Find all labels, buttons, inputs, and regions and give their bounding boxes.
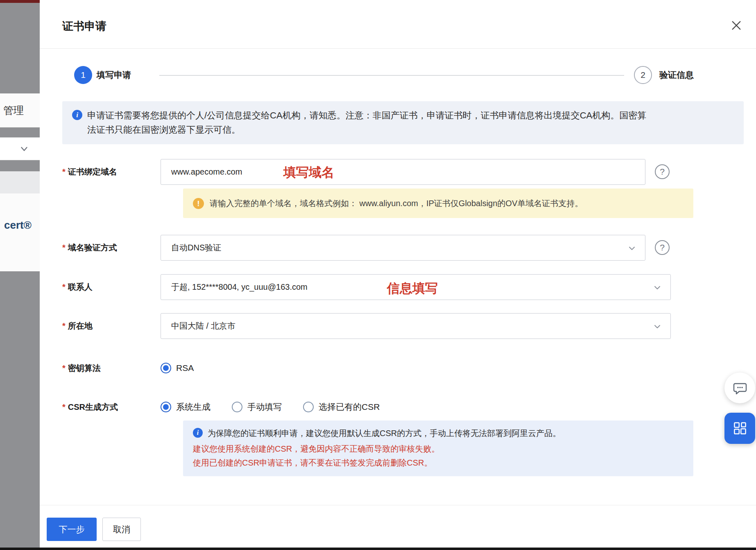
csr-warning-line-1: 建议您使用系统创建的CSR，避免因内容不正确而导致的审核失败。	[193, 442, 684, 456]
csr-method-options: 系统生成 手动填写 选择已有的CSR	[161, 401, 380, 413]
background-select[interactable]	[0, 137, 40, 160]
step-2-label: 验证信息	[659, 66, 694, 84]
form-row-key-algorithm: *密钥算法 RSA	[40, 362, 756, 374]
step-connector-line	[159, 75, 624, 76]
warning-icon: !	[193, 198, 204, 209]
next-step-button[interactable]: 下一步	[47, 518, 97, 541]
background-page-strip: 管理 cert®	[0, 0, 40, 550]
form-row-contact: *联系人 于超, 152****8004, yc_uuu@163.com 信息填…	[40, 274, 756, 300]
dns-validation-select[interactable]: 自动DNS验证	[161, 235, 645, 261]
required-mark: *	[62, 167, 66, 176]
help-icon[interactable]: ?	[655, 240, 670, 255]
chevron-down-icon	[628, 244, 636, 252]
radio-existing-csr[interactable]: 选择已有的CSR	[303, 401, 380, 413]
step-1-label: 填写申请	[97, 66, 131, 84]
csr-note-text: 为保障您的证书顺利申请，建议您使用默认生成CSR的方式，手动上传将无法部署到阿里…	[208, 427, 561, 439]
key-algorithm-label: *密钥算法	[62, 362, 101, 374]
radio-icon	[161, 363, 171, 373]
info-icon: i	[72, 110, 82, 120]
step-indicator: 1 填写申请 2 验证信息	[40, 66, 756, 84]
help-icon[interactable]: ?	[655, 164, 670, 179]
contact-label: *联系人	[62, 274, 93, 300]
certificate-apply-dialog: 证书申请 1 填写申请 2 验证信息 i 申请证书需要将您提供的个人/公司信息提…	[40, 0, 756, 550]
cancel-button[interactable]: 取消	[102, 518, 141, 541]
close-icon[interactable]	[729, 18, 744, 34]
contact-select[interactable]: 于超, 152****8004, yc_uuu@163.com	[161, 274, 671, 300]
domain-input[interactable]: www.apecome.com	[161, 159, 645, 185]
radio-manual-fill[interactable]: 手动填写	[232, 401, 282, 413]
contact-value: 于超, 152****8004, yc_uuu@163.com	[171, 282, 308, 293]
info-icon: i	[193, 428, 203, 438]
chat-support-button[interactable]	[724, 373, 755, 403]
radio-rsa-label: RSA	[176, 362, 194, 374]
notice-text: 申请证书需要将您提供的个人/公司信息提交给CA机构，请知悉。注意：非国产证书，申…	[87, 108, 652, 144]
radio-icon	[232, 402, 242, 412]
chevron-down-icon	[653, 323, 661, 331]
background-tab-manage[interactable]: 管理	[0, 93, 40, 127]
radio-rsa[interactable]: RSA	[161, 362, 194, 374]
radio-existing-csr-label: 选择已有的CSR	[319, 401, 380, 413]
key-algorithm-options: RSA	[161, 362, 194, 374]
domain-warning-text: 请输入完整的单个域名，域名格式例如： www.aliyun.com，IP证书仅G…	[210, 198, 583, 209]
background-logo-block: cert®	[0, 193, 40, 271]
console-apps-button[interactable]	[724, 413, 755, 444]
radio-manual-fill-label: 手动填写	[247, 401, 282, 413]
required-mark: *	[62, 243, 66, 252]
screen: 管理 cert® 证书申请 1 填写申请 2 验证信息	[0, 0, 756, 550]
required-mark: *	[62, 321, 66, 330]
dialog-footer: 下一步 取消	[40, 505, 756, 550]
csr-warning-line-2: 使用已创建的CSR申请证书，请不要在证书签发完成前删除CSR。	[193, 456, 684, 470]
screen-bottom-edge	[0, 548, 756, 550]
chevron-down-icon	[19, 143, 29, 154]
radio-system-generate-label: 系统生成	[176, 401, 211, 413]
radio-system-generate[interactable]: 系统生成	[161, 401, 211, 413]
header-divider	[40, 48, 756, 49]
chat-bubble-icon	[732, 380, 748, 396]
location-select[interactable]: 中国大陆 / 北京市	[161, 313, 671, 339]
domain-label: *证书绑定域名	[62, 159, 117, 185]
form-row-location: *所在地 中国大陆 / 北京市	[40, 313, 756, 339]
grid-icon	[733, 421, 747, 435]
csr-note: i 为保障您的证书顺利申请，建议您使用默认生成CSR的方式，手动上传将无法部署到…	[193, 427, 684, 439]
csr-info-box: i 为保障您的证书顺利申请，建议您使用默认生成CSR的方式，手动上传将无法部署到…	[183, 420, 693, 476]
required-mark: *	[62, 282, 66, 291]
background-table-header	[0, 171, 40, 193]
dns-validation-value: 自动DNS验证	[171, 242, 221, 253]
required-mark: *	[62, 364, 66, 373]
domain-input-value: www.apecome.com	[171, 167, 242, 177]
form-row-dns-validation: *域名验证方式 自动DNS验证 ?	[40, 235, 756, 261]
digicert-logo-fragment: cert®	[4, 219, 32, 232]
form-row-csr-method: *CSR生成方式 系统生成 手动填写 选择已有的CSR	[40, 401, 756, 413]
dns-label: *域名验证方式	[62, 235, 117, 261]
step-1-circle: 1	[74, 66, 92, 84]
location-label: *所在地	[62, 313, 93, 339]
location-value: 中国大陆 / 北京市	[171, 320, 235, 332]
step-2-circle: 2	[634, 66, 652, 84]
background-topbar	[0, 0, 40, 3]
radio-icon	[161, 402, 171, 412]
notice-banner: i 申请证书需要将您提供的个人/公司信息提交给CA机构，请知悉。注意：非国产证书…	[62, 101, 744, 144]
form-row-domain: *证书绑定域名 www.apecome.com 填写域名 ?	[40, 159, 756, 185]
required-mark: *	[62, 402, 66, 411]
csr-method-label: *CSR生成方式	[62, 401, 118, 413]
domain-warning-banner: ! 请输入完整的单个域名，域名格式例如： www.aliyun.com，IP证书…	[183, 189, 693, 218]
chevron-down-icon	[653, 284, 661, 292]
dialog-title: 证书申请	[62, 19, 106, 34]
radio-icon	[303, 402, 314, 412]
